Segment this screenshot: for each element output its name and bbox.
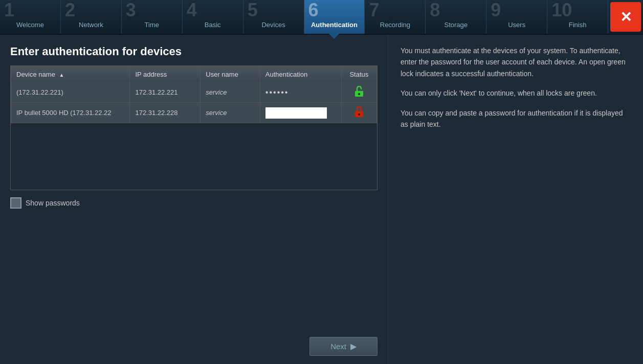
show-passwords-label[interactable]: Show passwords (26, 199, 80, 207)
password-dots-1: •••••• (265, 88, 289, 97)
step-number-9: 9 (491, 1, 501, 19)
nav-label-storage: Storage (445, 21, 468, 29)
next-button-row: Next ▶ (10, 332, 378, 359)
step-number-5: 5 (248, 1, 258, 19)
left-panel: Enter authentication for devices Device … (0, 35, 388, 364)
password-input-2[interactable] (265, 107, 327, 119)
step-number-3: 3 (126, 1, 136, 19)
nav-label-welcome: Welcome (16, 21, 44, 29)
table-row: (172.31.22.221) 172.31.22.221 service ••… (11, 82, 377, 103)
step-number-6: 6 (308, 1, 319, 19)
nav-item-users[interactable]: 9 Users (486, 0, 547, 34)
nav-label-network: Network (79, 21, 103, 29)
nav-item-welcome[interactable]: 1 Welcome (0, 0, 61, 34)
nav-item-storage[interactable]: 8 Storage (426, 0, 486, 34)
svg-point-3 (358, 113, 360, 116)
nav-label-finish: Finish (569, 21, 587, 29)
cell-user-2: service (201, 103, 260, 123)
nav-item-devices[interactable]: 5 Devices (243, 0, 304, 34)
nav-item-time[interactable]: 3 Time (122, 0, 183, 34)
step-number-2: 2 (65, 1, 75, 19)
cell-user-1: service (201, 82, 260, 103)
svg-point-1 (358, 93, 360, 95)
sort-arrow-device-name: ▲ (59, 72, 64, 78)
cell-status-1 (341, 82, 376, 103)
next-arrow-icon: ▶ (350, 342, 357, 351)
help-text-1: You must authenticate at the devices of … (401, 45, 631, 79)
main-content: Enter authentication for devices Device … (0, 35, 643, 364)
col-ip-address[interactable]: IP address (130, 66, 201, 83)
page-title: Enter authentication for devices (10, 45, 378, 58)
table-row: IP bullet 5000 HD (172.31.22.22 172.31.2… (11, 103, 377, 123)
cell-auth-1: •••••• (260, 82, 341, 103)
cell-auth-2[interactable] (260, 103, 341, 123)
device-table-container: Device name ▲ IP address User name Authe… (10, 65, 378, 190)
col-authentication[interactable]: Authentication (260, 66, 341, 83)
show-passwords-checkbox[interactable] (10, 197, 21, 209)
cell-device-name-2: IP bullet 5000 HD (172.31.22.22 (11, 103, 130, 123)
nav-item-network[interactable]: 2 Network (61, 0, 122, 34)
cell-status-2 (341, 103, 376, 123)
step-number-7: 7 (369, 1, 379, 19)
next-button[interactable]: Next ▶ (309, 337, 378, 356)
cell-ip-2: 172.31.22.228 (130, 103, 201, 123)
nav-item-basic[interactable]: 4 Basic (183, 0, 243, 34)
cell-device-name-1: (172.31.22.221) (11, 82, 130, 103)
step-number-1: 1 (4, 1, 14, 19)
step-number-8: 8 (430, 1, 440, 19)
step-number-4: 4 (187, 1, 197, 19)
nav-label-basic: Basic (205, 21, 221, 29)
lock-open-icon (354, 86, 364, 97)
nav-label-users: Users (508, 21, 525, 29)
step-number-10: 10 (551, 1, 572, 19)
nav-label-time: Time (145, 21, 159, 29)
nav-label-devices: Devices (261, 21, 285, 29)
col-status[interactable]: Status (341, 66, 376, 83)
show-passwords-row: Show passwords (10, 197, 378, 209)
nav-label-authentication: Authentication (311, 21, 358, 29)
help-text-2: You can only click 'Next' to continue, w… (401, 87, 631, 99)
device-table: Device name ▲ IP address User name Authe… (11, 66, 377, 123)
cell-ip-1: 172.31.22.221 (130, 82, 201, 103)
nav-item-finish[interactable]: 10 Finish (547, 0, 608, 34)
nav-label-recording: Recording (380, 21, 410, 29)
close-button[interactable]: ✕ (610, 2, 641, 32)
help-text-3: You can copy and paste a password for au… (401, 107, 631, 130)
right-panel: You must authenticate at the devices of … (388, 35, 643, 364)
lock-closed-icon (354, 106, 364, 118)
col-device-name[interactable]: Device name ▲ (11, 66, 130, 83)
col-user-name[interactable]: User name (201, 66, 260, 83)
top-navigation: 1 Welcome 2 Network 3 Time 4 Basic 5 Dev… (0, 0, 643, 35)
nav-item-authentication[interactable]: 6 Authentication (304, 0, 365, 34)
nav-item-recording[interactable]: 7 Recording (365, 0, 426, 34)
